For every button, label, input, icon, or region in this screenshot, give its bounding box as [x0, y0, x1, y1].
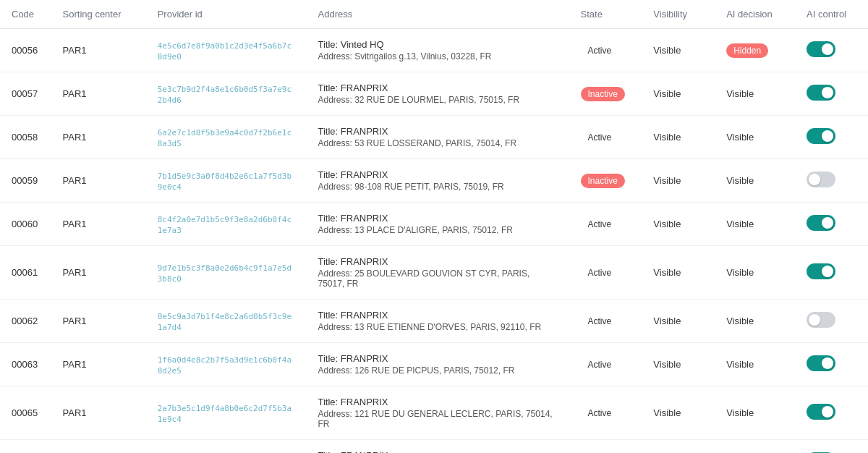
main-table-container: Code Sorting center Provider id Address … [0, 0, 868, 453]
cell-state: Inactive [569, 72, 642, 116]
cell-state: Active [569, 246, 642, 300]
cell-code: 00057 [0, 72, 51, 116]
cell-provider-id: 7b1d5e9c3a0f8d4b2e6c1a7f5d3b9e0c4 [146, 159, 307, 203]
state-badge: Inactive [581, 87, 625, 101]
cell-visibility: Visible [642, 440, 715, 454]
cell-visibility: Visible [642, 72, 715, 116]
ai-control-toggle[interactable] [807, 215, 835, 231]
table-row: 00060PAR18c4f2a0e7d1b5c9f3e8a2d6b0f4c1e7… [0, 203, 868, 246]
table-row: 00058PAR16a2e7c1d8f5b3e9a4c0d7f2b6e1c8a3… [0, 116, 868, 159]
toggle-thumb [822, 266, 833, 277]
cell-ai-control[interactable] [795, 386, 868, 440]
cell-ai-decision: Visible [715, 246, 795, 300]
ai-control-toggle[interactable] [807, 312, 835, 328]
ai-control-toggle[interactable] [807, 263, 835, 279]
cell-visibility: Visible [642, 203, 715, 246]
cell-ai-control[interactable] [795, 29, 868, 72]
cell-code: 00059 [0, 159, 51, 203]
cell-visibility: Visible [642, 343, 715, 386]
table-row: 00062PAR10e5c9a3d7b1f4e8c2a6d0b5f3c9e1a7… [0, 300, 868, 343]
cell-provider-id: 6a2e7c1d8f5b3e9a4c0d7f2b6e1c8a3d5 [146, 116, 307, 159]
cell-provider-id: 3b8c4f0e6d2a7c5b1f9e3a8d0c6b4f2a7 [146, 440, 307, 454]
ai-control-toggle[interactable] [807, 85, 835, 101]
cell-state: Active [569, 300, 642, 343]
cell-ai-decision: Visible [715, 72, 795, 116]
table-row: 00056PAR14e5c6d7e8f9a0b1c2d3e4f5a6b7c8d9… [0, 29, 868, 72]
state-badge: Active [581, 266, 619, 280]
toggle-thumb [809, 174, 820, 185]
col-header-sorting-center: Sorting center [51, 0, 146, 29]
cell-ai-decision: Visible [715, 343, 795, 386]
cell-address: Title: FRANPRIXAddress: 98-108 RUE PETIT… [307, 159, 569, 203]
cell-address: Title: FRANPRIXAddress: 13 PLACE D'ALIGR… [307, 203, 569, 246]
table-row: 00063PAR11f6a0d4e8c2b7f5a3d9e1c6b0f4a8d2… [0, 343, 868, 386]
cell-ai-control[interactable] [795, 300, 868, 343]
state-badge: Active [581, 314, 619, 329]
cell-state: Inactive [569, 159, 642, 203]
cell-ai-control[interactable] [795, 246, 868, 300]
col-header-visibility: Visibility [642, 0, 715, 29]
col-header-state: State [569, 0, 642, 29]
ai-control-toggle[interactable] [807, 41, 835, 57]
cell-visibility: Visible [642, 29, 715, 72]
cell-provider-id: 1f6a0d4e8c2b7f5a3d9e1c6b0f4a8d2e5 [146, 343, 307, 386]
table-row: 00065PAR12a7b3e5c1d9f4a8b0e6c2d7f5b3a1e9… [0, 386, 868, 440]
cell-code: 00063 [0, 343, 51, 386]
state-badge: Inactive [581, 174, 625, 188]
cell-code: 00066 [0, 440, 51, 454]
cell-sorting-center: PAR1 [51, 343, 146, 386]
ai-control-toggle[interactable] [807, 128, 835, 144]
col-header-ai-decision: AI decision [715, 0, 795, 29]
toggle-thumb [822, 406, 833, 418]
cell-ai-control[interactable] [795, 203, 868, 246]
cell-sorting-center: PAR1 [51, 386, 146, 440]
cell-ai-control[interactable] [795, 343, 868, 386]
cell-address: Title: FRANPRIXAddress: 126 RUE DE PICPU… [307, 343, 569, 386]
state-badge: Active [581, 130, 619, 145]
cell-code: 00060 [0, 203, 51, 246]
cell-code: 00062 [0, 300, 51, 343]
ai-control-toggle[interactable] [807, 404, 835, 420]
ai-decision-badge: Hidden [726, 43, 768, 58]
ai-control-toggle[interactable] [807, 172, 835, 187]
cell-sorting-center: PAR1 [51, 203, 146, 246]
cell-ai-decision: Visible [715, 116, 795, 159]
table-row: 00061PAR19d7e1b5c3f8a0e2d6b4c9f1a7e5d3b8… [0, 246, 868, 300]
cell-provider-id: 4e5c6d7e8f9a0b1c2d3e4f5a6b7c8d9e0 [146, 29, 307, 72]
cell-state: Active [569, 343, 642, 386]
col-header-provider-id: Provider id [146, 0, 307, 29]
cell-provider-id: 9d7e1b5c3f8a0e2d6b4c9f1a7e5d3b8c0 [146, 246, 307, 300]
cell-state: Active [569, 116, 642, 159]
cell-sorting-center: PAR1 [51, 246, 146, 300]
cell-address: Title: FRANPRIXAddress: 32 RUE DE LOURME… [307, 72, 569, 116]
cell-state: Active [569, 440, 642, 454]
toggle-thumb [822, 357, 833, 369]
cell-address: Title: FRANPRIXAddress: 53 RUE LOSSERAND… [307, 116, 569, 159]
toggle-thumb [822, 217, 833, 229]
cell-ai-control[interactable] [795, 72, 868, 116]
cell-code: 00058 [0, 116, 51, 159]
cell-provider-id: 0e5c9a3d7b1f4e8c2a6d0b5f3c9e1a7d4 [146, 300, 307, 343]
cell-provider-id: 8c4f2a0e7d1b5c9f3e8a2d6b0f4c1e7a3 [146, 203, 307, 246]
state-badge: Active [581, 406, 619, 420]
toggle-thumb [809, 314, 820, 326]
cell-sorting-center: PAR1 [51, 29, 146, 72]
cell-ai-decision: Visible [715, 300, 795, 343]
cell-address: Title: FRANPRIXAddress: 121 RUE DU GENER… [307, 386, 569, 440]
cell-ai-control[interactable] [795, 159, 868, 203]
cell-visibility: Visible [642, 116, 715, 159]
cell-ai-decision: Visible [715, 159, 795, 203]
cell-ai-control[interactable] [795, 440, 868, 454]
cell-address: Title: FRANPRIXAddress: 25 BOULEVARD GOU… [307, 246, 569, 300]
cell-state: Active [569, 386, 642, 440]
cell-ai-control[interactable] [795, 116, 868, 159]
table-header-row: Code Sorting center Provider id Address … [0, 0, 868, 29]
cell-code: 00056 [0, 29, 51, 72]
cell-ai-decision: Visible [715, 440, 795, 454]
state-badge: Active [581, 43, 619, 58]
toggle-thumb [822, 130, 833, 142]
table-row: 00059PAR17b1d5e9c3a0f8d4b2e6c1a7f5d3b9e0… [0, 159, 868, 203]
cell-state: Active [569, 203, 642, 246]
ai-control-toggle[interactable] [807, 355, 835, 371]
toggle-thumb [822, 87, 833, 98]
